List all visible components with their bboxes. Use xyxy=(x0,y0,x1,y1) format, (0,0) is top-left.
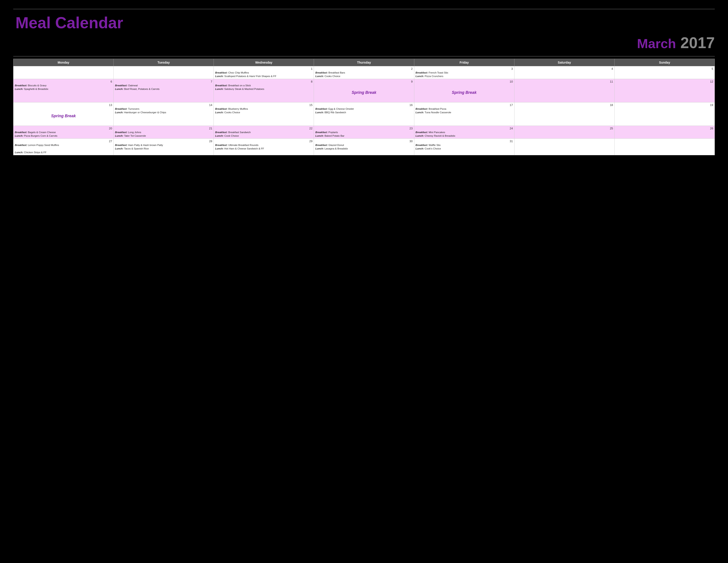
page-title: Meal Calendar xyxy=(13,14,715,32)
cell-3-5: 25 xyxy=(514,126,614,139)
cell-3-1: 21Breakfast: Long JohnsLunch: Tater Tot … xyxy=(114,126,214,139)
col-thursday: Thursday xyxy=(314,59,414,66)
col-tuesday: Tuesday xyxy=(114,59,214,66)
cell-2-4: 17Breakfast: Breakfast PizzaLunch: Tuna … xyxy=(414,102,514,126)
col-friday: Friday xyxy=(414,59,514,66)
cell-0-4: 3Breakfast: French Toast StixLunch: Pizz… xyxy=(414,66,514,79)
cell-0-6: 5 xyxy=(614,66,715,79)
week-row-4: 27Breakfast: Lemon Poppy Seed MuffinsLun… xyxy=(13,139,715,155)
cell-3-6: 26 xyxy=(614,126,715,139)
cell-4-2: 29Breakfast: Ultimate Breakfast RoundsLu… xyxy=(214,139,314,155)
cell-0-0 xyxy=(13,66,114,79)
cell-0-5: 4 xyxy=(514,66,614,79)
bottom-divider xyxy=(13,56,715,56)
cell-4-0: 27Breakfast: Lemon Poppy Seed MuffinsLun… xyxy=(13,139,114,155)
cell-2-1: 14Breakfast: TurnoversLunch: Hamburger o… xyxy=(114,102,214,126)
cell-2-5: 18 xyxy=(514,102,614,126)
cell-0-2: 1Breakfast: Choc Chip MuffinsLunch: Scal… xyxy=(214,66,314,79)
cell-3-3: 23Breakfast: PoptartsLunch: Baked Potato… xyxy=(314,126,414,139)
cell-3-0: 20Breakfast: Bagels & Cream CheeseLunch:… xyxy=(13,126,114,139)
cell-3-2: 22Breakfast: Breakfast SandwichLunch: Co… xyxy=(214,126,314,139)
cell-4-4: 31Breakfast: Waffle StixLunch: Cook's Ch… xyxy=(414,139,514,155)
col-monday: Monday xyxy=(13,59,114,66)
cell-1-1: 7Breakfast: OatmealLunch: Beef Roast, Po… xyxy=(114,79,214,102)
col-sunday: Sunday xyxy=(614,59,715,66)
week-row-1: 6Breakfast: Biscuits & GravyLunch: Spagh… xyxy=(13,79,715,102)
cell-4-5 xyxy=(514,139,614,155)
calendar-header: Monday Tuesday Wednesday Thursday Friday… xyxy=(13,59,715,66)
cell-4-3: 30Breakfast: Glazed DonutLunch: Lasagna … xyxy=(314,139,414,155)
cell-1-0: 6Breakfast: Biscuits & GravyLunch: Spagh… xyxy=(13,79,114,102)
cell-2-6: 19 xyxy=(614,102,715,126)
cell-1-4: 10Spring Break xyxy=(414,79,514,102)
week-row-0: 1Breakfast: Choc Chip MuffinsLunch: Scal… xyxy=(13,66,715,79)
top-divider xyxy=(13,9,715,9)
cell-2-3: 16Breakfast: Egg & Cheese OmeletLunch: B… xyxy=(314,102,414,126)
year-label: 2017 xyxy=(680,34,715,52)
col-saturday: Saturday xyxy=(514,59,614,66)
month-label: March xyxy=(637,36,676,51)
cell-0-3: 2Breakfast: Breakfast BarsLunch: Cooks C… xyxy=(314,66,414,79)
week-row-3: 20Breakfast: Bagels & Cream CheeseLunch:… xyxy=(13,126,715,139)
cell-1-5: 11 xyxy=(514,79,614,102)
cell-3-4: 24Breakfast: Mini PancakesLunch: Cheesy … xyxy=(414,126,514,139)
cell-4-1: 28Breakfast: Ham Patty & Hash brown Patt… xyxy=(114,139,214,155)
cell-2-0: 13Spring Break xyxy=(13,102,114,126)
cell-4-6 xyxy=(614,139,715,155)
cell-0-1 xyxy=(114,66,214,79)
week-row-2: 13Spring Break14Breakfast: TurnoversLunc… xyxy=(13,102,715,126)
cell-1-2: 8Breakfast: Breakfast on a StickLunch: S… xyxy=(214,79,314,102)
meal-calendar: Monday Tuesday Wednesday Thursday Friday… xyxy=(13,59,715,155)
cell-2-2: 15Breakfast: Blueberry MuffinsLunch: Coo… xyxy=(214,102,314,126)
calendar-body: 1Breakfast: Choc Chip MuffinsLunch: Scal… xyxy=(13,66,715,155)
cell-1-3: 9Spring Break xyxy=(314,79,414,102)
month-year-row: March 2017 xyxy=(13,34,715,52)
cell-1-6: 12 xyxy=(614,79,715,102)
col-wednesday: Wednesday xyxy=(214,59,314,66)
